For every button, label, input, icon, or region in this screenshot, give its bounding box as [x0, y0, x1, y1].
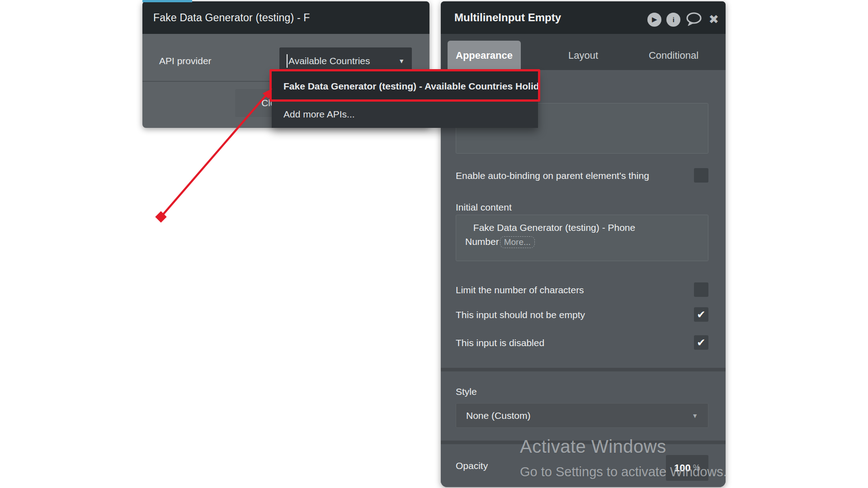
comment-icon[interactable]: [685, 12, 702, 27]
style-select[interactable]: None (Custom) ▼: [456, 403, 708, 428]
section-divider: [441, 441, 726, 444]
autobind-row: Enable auto-binding on parent element's …: [456, 168, 708, 183]
autobind-checkbox[interactable]: [694, 168, 708, 183]
api-provider-menu: Fake Data Generator (testing) - Availabl…: [272, 71, 538, 128]
api-provider-select-value: Available Countries: [288, 56, 370, 66]
opacity-label: Opacity: [456, 460, 488, 471]
not-empty-label: This input should not be empty: [456, 310, 585, 320]
opacity-value: 100: [674, 462, 691, 474]
initial-content-input[interactable]: Fake Data Generator (testing) - Phone Nu…: [456, 215, 708, 261]
popup-title: Fake Data Generator (testing) - F: [142, 1, 429, 34]
limit-chars-row: Limit the number of characters: [456, 282, 708, 297]
api-provider-select[interactable]: Available Countries ▼: [279, 47, 412, 75]
info-icon[interactable]: i: [666, 13, 680, 27]
tab-conditional[interactable]: Conditional: [637, 41, 711, 70]
opacity-unit: %: [693, 463, 700, 473]
tab-layout[interactable]: Layout: [546, 41, 620, 70]
style-label: Style: [456, 386, 477, 397]
not-empty-row: This input should not be empty ✔: [456, 307, 708, 322]
limit-chars-checkbox[interactable]: [694, 282, 708, 297]
not-empty-checkbox[interactable]: ✔: [694, 307, 708, 322]
chevron-down-icon: ▼: [398, 57, 405, 65]
disabled-row: This input is disabled ✔: [456, 335, 708, 350]
limit-chars-label: Limit the number of characters: [456, 285, 584, 296]
disabled-checkbox[interactable]: ✔: [694, 335, 708, 350]
element-title: MultilineInput Empty: [454, 11, 561, 24]
section-divider: [441, 368, 726, 371]
initial-content-line1: Fake Data Generator (testing) - Phone: [465, 221, 699, 235]
autobind-label: Enable auto-binding on parent element's …: [456, 170, 649, 181]
opacity-input[interactable]: 100 %: [666, 455, 708, 481]
initial-content-line2: Number: [465, 236, 499, 247]
header-icon-row: ▶ i ✖: [647, 11, 719, 28]
tab-appearance[interactable]: Appearance: [448, 41, 521, 70]
menu-item-fake-data-generator[interactable]: Fake Data Generator (testing) - Availabl…: [272, 71, 538, 101]
style-select-value: None (Custom): [466, 410, 530, 421]
close-icon[interactable]: ✖: [708, 14, 719, 26]
chevron-down-icon: ▼: [692, 412, 698, 419]
disabled-label: This input is disabled: [456, 338, 544, 348]
more-button[interactable]: More...: [500, 236, 535, 248]
accent-top-bar: [142, 0, 192, 2]
play-icon[interactable]: ▶: [647, 13, 661, 27]
initial-content-label: Initial content: [456, 202, 512, 213]
initial-content-line2-wrap: NumberMore...: [465, 235, 699, 249]
menu-item-add-more-apis[interactable]: Add more APIs...: [272, 101, 538, 128]
appearance-tab-content: Enable auto-binding on parent element's …: [441, 70, 726, 487]
api-provider-label: API provider: [159, 56, 212, 66]
text-cursor: [287, 54, 288, 68]
tab-bar: Appearance Layout Conditional: [441, 34, 726, 70]
